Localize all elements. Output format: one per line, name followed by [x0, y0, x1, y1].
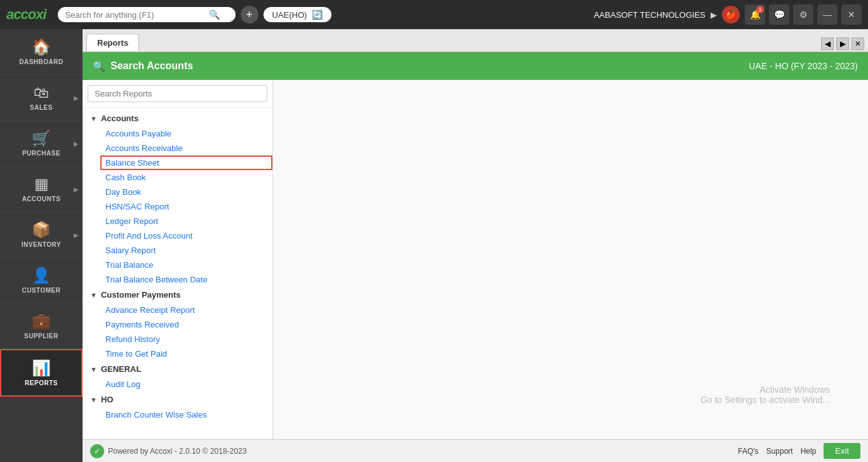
sidebar-item-reports[interactable]: 📊 REPORTS	[0, 349, 83, 397]
accounts-expand-icon: ▼	[90, 115, 97, 122]
accounts-section-label: Accounts	[101, 114, 138, 123]
reports-icon: 📊	[32, 359, 51, 377]
search-reports-container	[83, 80, 272, 108]
reports-panel: 🔍 Search Accounts UAE - HO (FY 2023 - 20…	[83, 52, 868, 439]
tree-item-trial-balance[interactable]: Trial Balance	[100, 258, 272, 272]
faq-link[interactable]: FAQ's	[738, 447, 758, 456]
global-search-input[interactable]	[65, 10, 205, 20]
tree-item-day-book[interactable]: Day Book	[100, 185, 272, 199]
company-name: UAE(HO)	[272, 10, 307, 20]
settings-button[interactable]: ⚙	[793, 4, 813, 25]
reports-body: ▼ Accounts Accounts Payable Accounts Rec…	[83, 80, 868, 439]
ho-section-header[interactable]: ▼ HO	[83, 392, 272, 407]
tab-scroll-right[interactable]: ▶	[836, 37, 849, 50]
sidebar-label-customer: CUSTOMER	[22, 287, 60, 294]
ho-section-label: HO	[101, 395, 114, 404]
reports-tab[interactable]: Reports	[86, 34, 139, 51]
reports-header-subtitle: UAE - HO (FY 2023 - 2023)	[749, 61, 858, 71]
company-info: AABASOFT TECHNOLOGIES ▶ 🍎	[594, 6, 740, 23]
sales-arrow: ▶	[74, 94, 79, 101]
accounts-icon: ▦	[34, 175, 49, 193]
reports-header-title: Search Accounts	[110, 60, 193, 72]
notifications-button[interactable]: 🔔 1	[745, 4, 765, 25]
tree-item-advance-receipt[interactable]: Advance Receipt Report	[100, 303, 272, 317]
customer-payments-section-label: Customer Payments	[101, 290, 181, 300]
customer-payments-section-header[interactable]: ▼ Customer Payments	[83, 287, 272, 303]
sidebar-label-reports: REPORTS	[25, 380, 58, 386]
top-icons: 🔔 1 💬 ⚙ — ✕	[745, 4, 862, 25]
general-expand-icon: ▼	[90, 366, 97, 373]
ho-expand-icon: ▼	[90, 396, 97, 404]
sidebar-item-dashboard[interactable]: 🏠 DASHBOARD	[0, 29, 83, 75]
sidebar-label-accounts: ACCOUNTS	[22, 195, 61, 202]
customer-icon: 👤	[32, 267, 51, 284]
tab-scroll-left[interactable]: ◀	[821, 37, 834, 50]
search-icon: 🔍	[209, 10, 220, 20]
tree-item-balance-sheet[interactable]: Balance Sheet	[100, 155, 272, 170]
help-link[interactable]: Help	[801, 447, 817, 456]
sidebar-label-supplier: SUPPLIER	[24, 333, 58, 340]
content-area: Reports ◀ ▶ ✕ 🔍 Search Accounts UAE - HO…	[83, 29, 868, 462]
tree-item-payments-received[interactable]: Payments Received	[100, 317, 272, 332]
inventory-arrow: ▶	[74, 231, 79, 238]
sidebar: 🏠 DASHBOARD 🛍 SALES ▶ 🛒 PURCHASE ▶ ▦ ACC…	[0, 29, 83, 462]
app-logo: accoxi	[6, 6, 46, 23]
tree-section-ho: ▼ HO Branch Counter Wise Sales	[83, 392, 272, 422]
bottom-bar: ✓ Powered by Accoxi - 2.0.10 © 2018-2023…	[83, 439, 868, 462]
tree-item-profit-loss[interactable]: Profit And Loss Account	[100, 228, 272, 243]
tree-item-time-to-get-paid[interactable]: Time to Get Paid	[100, 346, 272, 361]
tree-item-branch-counter[interactable]: Branch Counter Wise Sales	[100, 407, 272, 422]
sidebar-label-purchase: PURCHASE	[22, 150, 60, 157]
tab-close[interactable]: ✕	[851, 37, 864, 50]
tree-item-hsn-sac[interactable]: HSN/SAC Report	[100, 199, 272, 214]
tab-controls: ◀ ▶ ✕	[821, 37, 864, 51]
tree-item-trial-balance-date[interactable]: Trial Balance Between Date	[100, 272, 272, 287]
sidebar-item-accounts[interactable]: ▦ ACCOUNTS ▶	[0, 166, 83, 212]
add-button[interactable]: +	[241, 6, 258, 23]
close-button[interactable]: ✕	[841, 4, 862, 25]
search-accounts-icon: 🔍	[93, 60, 105, 72]
tree-item-accounts-payable[interactable]: Accounts Payable	[100, 126, 272, 141]
purchase-arrow: ▶	[74, 140, 79, 147]
reports-header-left: 🔍 Search Accounts	[93, 60, 193, 72]
purchase-icon: 🛒	[32, 129, 51, 147]
watermark-line2: Go to Settings to activate Wind...	[700, 395, 830, 405]
tree-item-refund-history[interactable]: Refund History	[100, 332, 272, 346]
sidebar-item-supplier[interactable]: 💼 SUPPLIER	[0, 303, 83, 349]
sidebar-item-purchase[interactable]: 🛒 PURCHASE ▶	[0, 121, 83, 166]
sales-icon: 🛍	[34, 84, 49, 102]
notification-badge: 1	[756, 6, 764, 13]
minimize-button[interactable]: —	[817, 4, 838, 25]
sidebar-item-inventory[interactable]: 📦 INVENTORY ▶	[0, 212, 83, 258]
bottom-links: FAQ's Support Help Exit	[738, 443, 860, 459]
accounts-arrow: ▶	[74, 185, 79, 192]
tree-item-audit-log[interactable]: Audit Log	[100, 377, 272, 392]
sidebar-item-customer[interactable]: 👤 CUSTOMER	[0, 258, 83, 303]
top-bar: accoxi 🔍 + UAE(HO) 🔄 AABASOFT TECHNOLOGI…	[0, 0, 868, 29]
tab-bar: Reports ◀ ▶ ✕	[83, 29, 868, 52]
expand-arrow: ▶	[711, 10, 717, 20]
global-search-bar[interactable]: 🔍	[58, 7, 236, 22]
tree-item-salary[interactable]: Salary Report	[100, 243, 272, 258]
customer-payments-tree-items: Advance Receipt Report Payments Received…	[83, 303, 272, 361]
general-section-header[interactable]: ▼ GENERAL	[83, 361, 272, 377]
tree-item-ledger[interactable]: Ledger Report	[100, 214, 272, 228]
dashboard-icon: 🏠	[32, 38, 51, 56]
accounts-section-header[interactable]: ▼ Accounts	[83, 110, 272, 126]
ho-tree-items: Branch Counter Wise Sales	[83, 407, 272, 422]
tree-item-cash-book[interactable]: Cash Book	[100, 170, 272, 185]
accounts-tree-items: Accounts Payable Accounts Receivable Bal…	[83, 126, 272, 287]
refresh-icon[interactable]: 🔄	[312, 10, 323, 20]
tree-item-accounts-receivable[interactable]: Accounts Receivable	[100, 141, 272, 155]
reports-tab-label: Reports	[97, 38, 128, 48]
support-link[interactable]: Support	[766, 447, 793, 456]
messages-button[interactable]: 💬	[769, 4, 789, 25]
tree-section-accounts: ▼ Accounts Accounts Payable Accounts Rec…	[83, 110, 272, 287]
search-reports-input[interactable]	[88, 85, 267, 102]
company-selector[interactable]: UAE(HO) 🔄	[264, 7, 332, 22]
sidebar-label-sales: SALES	[30, 104, 53, 111]
main-layout: 🏠 DASHBOARD 🛍 SALES ▶ 🛒 PURCHASE ▶ ▦ ACC…	[0, 29, 868, 462]
sidebar-item-sales[interactable]: 🛍 SALES ▶	[0, 75, 83, 121]
sidebar-label-dashboard: DASHBOARD	[19, 58, 63, 65]
exit-button[interactable]: Exit	[824, 443, 860, 459]
